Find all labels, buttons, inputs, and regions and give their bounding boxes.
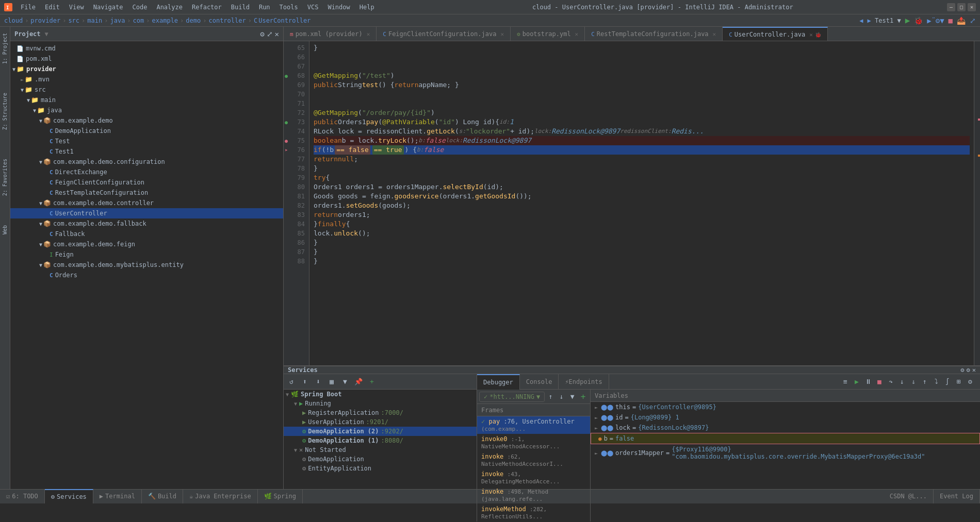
controller-arrow[interactable]: ▼: [39, 200, 42, 206]
menu-edit[interactable]: Edit: [41, 3, 64, 12]
tab-pom-close[interactable]: ✕: [367, 31, 370, 38]
dbg-stepout-btn[interactable]: ↑: [919, 376, 930, 388]
svc-entity-notstarted[interactable]: ⚙ EntityApplication: [284, 464, 477, 473]
project-gear-icon[interactable]: ⚙: [260, 30, 264, 38]
frame-item-1[interactable]: invoke0 :-1, NativeMethodAccessor...: [477, 434, 590, 451]
tree-pkg-demo[interactable]: ▼ 📦 com.example.demo: [10, 115, 283, 126]
tree-usercontroller[interactable]: C UserController: [10, 208, 283, 218]
var-this[interactable]: ► ⬤⬤ this = {UserController@9895}: [591, 402, 980, 412]
menu-file[interactable]: File: [17, 3, 40, 12]
frame-item-3[interactable]: invoke :43, DelegatingMethodAcce...: [477, 469, 590, 486]
sidebar-tab-web[interactable]: Web: [0, 221, 10, 239]
menu-run[interactable]: Run: [255, 3, 274, 12]
status-event-log[interactable]: Event Log: [934, 489, 980, 503]
tree-pkg-feign[interactable]: ▼ 📦 com.example.demo.feign: [10, 239, 283, 249]
panel-settings-icon[interactable]: ⚙: [967, 366, 970, 374]
dbg-stepinto-btn[interactable]: ↓: [896, 376, 908, 388]
var-orders1mapper[interactable]: ► ⬤⬤ orders1Mapper = {$Proxy116@9900} "c…: [591, 444, 980, 462]
var-id[interactable]: ► ⬤⬤ id = {Long@9899} 1: [591, 412, 980, 423]
menu-build[interactable]: Build: [227, 3, 254, 12]
menu-code[interactable]: Code: [128, 3, 152, 12]
dbg-resume-btn[interactable]: ▶: [851, 376, 862, 388]
sidebar-tab-favorites[interactable]: 2: Favorites: [0, 155, 10, 200]
svc-springboot[interactable]: ▼ 🌿 Spring Boot: [284, 390, 477, 399]
dbg-pause-btn[interactable]: ⏸: [862, 376, 874, 388]
tab-bootstrap[interactable]: ⚙ bootstrap.yml ✕: [511, 27, 585, 41]
entity-arrow[interactable]: ▼: [39, 262, 42, 268]
tab-rest-close[interactable]: ✕: [713, 31, 716, 38]
code-content[interactable]: } @GetMapping("/test") public String tes…: [309, 41, 974, 365]
provider-arrow[interactable]: ▼: [12, 66, 15, 72]
demo-arrow[interactable]: ▼: [39, 118, 42, 124]
tab-feign[interactable]: C FeignClientConfiguration.java ✕: [377, 27, 511, 41]
menu-navigate[interactable]: Navigate: [89, 3, 127, 12]
svc-demoapplication2[interactable]: ⚙ DemoApplication (2) :9202/: [284, 427, 477, 436]
svc-add-btn[interactable]: +: [366, 376, 378, 388]
menu-window[interactable]: Window: [323, 3, 354, 12]
menu-vcs[interactable]: VCS: [303, 3, 323, 12]
bottom-tab-build[interactable]: 🔨 Build: [142, 489, 183, 503]
frames-filter-btn[interactable]: ▼: [567, 391, 577, 402]
menu-refactor[interactable]: Refactor: [188, 3, 226, 12]
svc-registerapplication[interactable]: ▶ RegisterApplication :7000/: [284, 408, 477, 417]
menu-view[interactable]: View: [65, 3, 88, 12]
menu-analyze[interactable]: Analyze: [152, 3, 187, 12]
bottom-tab-terminal[interactable]: ▶ Terminal: [93, 489, 142, 503]
breadcrumb-cloud[interactable]: cloud: [4, 17, 23, 24]
svc-demo-notstarted[interactable]: ⚙ DemoApplication: [284, 454, 477, 464]
close-button[interactable]: ✕: [968, 3, 976, 11]
java-arrow[interactable]: ▼: [33, 108, 36, 113]
var-lock[interactable]: ► ⬤⬤ lock = {RedissonLock@9897}: [591, 423, 980, 433]
frames-down-btn[interactable]: ↓: [557, 391, 566, 402]
sidebar-tab-project[interactable]: 1: Project: [0, 29, 10, 68]
minimize-button[interactable]: —: [947, 3, 955, 11]
tree-mvn[interactable]: ► 📁 .mvn: [10, 74, 283, 85]
svc-demoapplication1[interactable]: ⚙ DemoApplication (1) :8080/: [284, 436, 477, 445]
tree-provider[interactable]: ▼ 📁 provider: [10, 64, 283, 74]
dbg-table-btn[interactable]: ⊞: [953, 376, 965, 388]
menu-help[interactable]: Help: [355, 3, 379, 12]
project-close-icon[interactable]: ✕: [275, 30, 279, 38]
tree-feignclientconfig[interactable]: C FeignClientConfiguration: [10, 177, 283, 188]
expand-button[interactable]: ⤢: [970, 16, 976, 25]
tree-src[interactable]: ▼ 📁 src: [10, 85, 283, 95]
tree-test[interactable]: C Test: [10, 136, 283, 146]
dbg-settings-btn[interactable]: ⚙: [965, 376, 976, 388]
breadcrumb-demo[interactable]: demo: [186, 17, 201, 24]
share-button[interactable]: 📤: [957, 16, 966, 25]
svc-refresh-btn[interactable]: ↺: [286, 376, 297, 388]
breadcrumb-usercontroller[interactable]: UserController: [258, 17, 311, 24]
bottom-tab-services[interactable]: ⚙ Services: [45, 489, 93, 503]
tree-demoapplication[interactable]: C DemoApplication: [10, 126, 283, 136]
dbg-runtocursor-btn[interactable]: ⤵: [930, 376, 942, 388]
run-config-selector[interactable]: ▶ Test1 ▼: [868, 17, 901, 24]
tree-pkg-entity[interactable]: ▼ 📦 com.example.demo.mybatisplus.entity: [10, 260, 283, 270]
tree-test1[interactable]: C Test1: [10, 146, 283, 157]
tree-java[interactable]: ▼ 📁 java: [10, 105, 283, 115]
stop-button[interactable]: ■: [949, 16, 953, 25]
config-arrow[interactable]: ▼: [39, 159, 42, 165]
tree-pkg-fallback[interactable]: ▼ 📦 com.example.demo.fallback: [10, 218, 283, 229]
feign-arrow[interactable]: ▼: [39, 242, 42, 247]
tree-resttemplateconfig[interactable]: C RestTemplateConfiguration: [10, 188, 283, 198]
tree-orders[interactable]: C Orders: [10, 270, 283, 280]
tab-user-close[interactable]: ✕: [809, 31, 813, 38]
frame-item-5[interactable]: invokeMethod :282, ReflectionUtils...: [477, 504, 590, 521]
breadcrumb-java[interactable]: java: [110, 17, 125, 24]
breadcrumb-com[interactable]: com: [133, 17, 144, 24]
dbg-forcestep-btn[interactable]: ⇓: [908, 376, 919, 388]
frame-item-0[interactable]: ✓ pay :76, UserController (com.examp...: [477, 416, 590, 434]
svc-group-btn[interactable]: ▦: [326, 376, 337, 388]
debug-button[interactable]: 🐞: [914, 16, 923, 25]
tree-main[interactable]: ▼ 📁 main: [10, 95, 283, 105]
debugger-tab-console[interactable]: Console: [520, 374, 559, 390]
tree-fallback[interactable]: C Fallback: [10, 229, 283, 239]
frame-item-4[interactable]: invoke :498, Method (java.lang.refe...: [477, 486, 590, 504]
tab-bootstrap-close[interactable]: ✕: [575, 31, 579, 38]
tree-pkg-controller[interactable]: ▼ 📦 com.example.demo.controller: [10, 198, 283, 208]
sidebar-tab-structure[interactable]: Z: Structure: [0, 89, 10, 134]
svc-userapplication[interactable]: ▶ UserApplication :9201/: [284, 417, 477, 427]
run-button[interactable]: ▶: [905, 15, 910, 25]
breadcrumb-controller[interactable]: controller: [208, 17, 246, 24]
panel-close-icon[interactable]: ✕: [972, 366, 976, 374]
